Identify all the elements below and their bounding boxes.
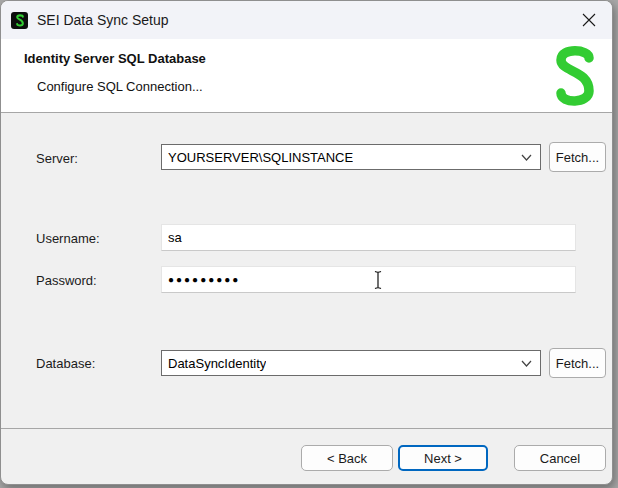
- server-label: Server:: [36, 151, 78, 166]
- username-input[interactable]: [161, 224, 576, 251]
- password-input[interactable]: [161, 266, 576, 293]
- cancel-button[interactable]: Cancel: [514, 445, 606, 471]
- server-combobox-value: YOURSERVER\SQLINSTANCE: [168, 150, 353, 165]
- next-button[interactable]: Next >: [398, 445, 488, 471]
- chevron-down-icon: [521, 154, 532, 161]
- database-combobox-value: DataSyncIdentity: [168, 356, 266, 371]
- back-button[interactable]: < Back: [301, 445, 393, 471]
- brand-logo-s-icon: [552, 44, 598, 108]
- brand-s-icon: [15, 14, 25, 27]
- username-label: Username:: [36, 231, 100, 246]
- server-fetch-button[interactable]: Fetch...: [549, 142, 606, 172]
- close-icon: [582, 13, 596, 27]
- app-icon: [11, 12, 28, 29]
- server-combobox[interactable]: YOURSERVER\SQLINSTANCE: [161, 144, 541, 170]
- footer-divider: [1, 428, 612, 429]
- dialog-title: Identity Server SQL Database: [24, 51, 206, 66]
- database-combobox[interactable]: DataSyncIdentity: [161, 350, 541, 376]
- titlebar[interactable]: SEI Data Sync Setup: [1, 1, 612, 39]
- password-label: Password:: [36, 273, 97, 288]
- close-button[interactable]: [566, 1, 612, 39]
- dialog-header: Identity Server SQL Database Configure S…: [1, 39, 612, 113]
- text-cursor-icon: [372, 270, 384, 290]
- window-title: SEI Data Sync Setup: [37, 12, 169, 28]
- screen-background: SEI Data Sync Setup Identity Server SQL …: [0, 0, 618, 488]
- database-label: Database:: [36, 356, 95, 371]
- setup-wizard-window: SEI Data Sync Setup Identity Server SQL …: [0, 0, 613, 485]
- database-fetch-button[interactable]: Fetch...: [549, 348, 606, 378]
- chevron-down-icon: [521, 360, 532, 367]
- dialog-subtitle: Configure SQL Connection...: [37, 79, 203, 94]
